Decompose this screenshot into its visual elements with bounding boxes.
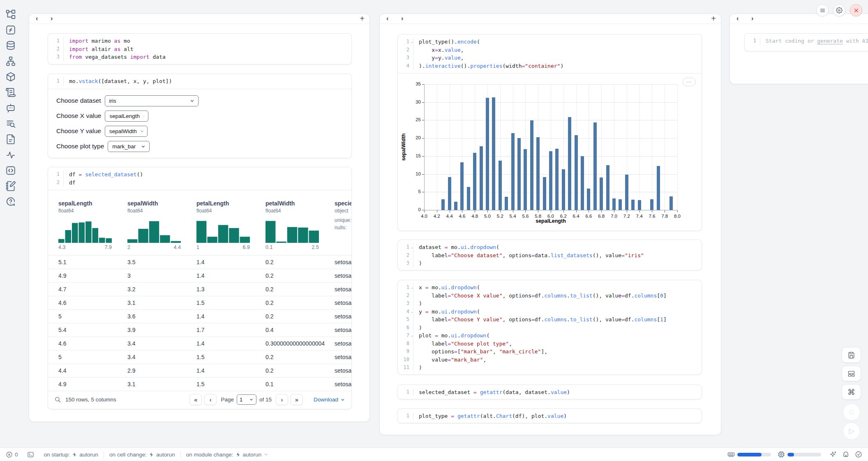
- code-line[interactable]: plot = mo.ui.dropdown(: [413, 332, 489, 340]
- code-line[interactable]: y=y.value,: [413, 54, 464, 62]
- run-button[interactable]: ▷: [843, 422, 860, 440]
- table-row[interactable]: 4.931.40.2setosa: [48, 269, 351, 282]
- table-row[interactable]: 5.43.91.70.4setosa: [48, 323, 351, 337]
- bot-icon[interactable]: [842, 451, 850, 458]
- code-line[interactable]: ): [413, 259, 422, 267]
- keyboard-shortcuts-button[interactable]: ⌘: [842, 384, 861, 400]
- table-row[interactable]: 53.61.40.2setosa: [48, 309, 351, 323]
- document-icon[interactable]: [5, 134, 16, 145]
- page-select[interactable]: 1: [237, 394, 256, 405]
- file-tree-icon[interactable]: [5, 9, 16, 20]
- empty-cell-placeholder[interactable]: Start coding or generate with AI: [760, 37, 868, 45]
- code-line[interactable]: label="Choose dataset", options=data.lis…: [413, 251, 644, 260]
- add-cell-button[interactable]: +: [711, 14, 716, 23]
- code-line[interactable]: label="Choose plot type",: [413, 340, 512, 348]
- cell-plot-type[interactable]: 1plot_type = getattr(alt.Chart(df), plot…: [397, 408, 702, 423]
- code-line[interactable]: from vega_datasets import data: [64, 53, 166, 61]
- connection-check-icon[interactable]: [855, 451, 862, 458]
- collapse-left-icon[interactable]: ‹: [36, 15, 38, 22]
- cell-dataframe[interactable]: 1df = selected_dataset()2df sepalLengthf…: [48, 167, 352, 409]
- database-icon[interactable]: [5, 40, 16, 51]
- menu-icon[interactable]: [816, 4, 829, 16]
- dropdown-choose-plot-type[interactable]: mark_bar: [108, 141, 150, 152]
- table-row[interactable]: 4.63.41.40.30000000000000004setosa: [48, 337, 351, 350]
- chat-bot-icon[interactable]: [5, 103, 16, 113]
- chart-menu-icon[interactable]: ⋯: [683, 78, 696, 86]
- prev-page-button[interactable]: ‹: [204, 394, 217, 405]
- table-row[interactable]: 4.73.21.30.2setosa: [48, 282, 351, 296]
- code-line[interactable]: options=["mark_bar", "mark_circle"],: [413, 348, 547, 356]
- code-line[interactable]: y = mo.ui.dropdown(: [413, 308, 480, 316]
- dropdown-choose-y-value[interactable]: sepalWidth: [105, 126, 148, 137]
- collapse-right-icon[interactable]: ›: [751, 15, 753, 22]
- code-line[interactable]: label="Choose Y value", options=df.colum…: [413, 316, 667, 324]
- first-page-button[interactable]: «: [189, 394, 202, 405]
- fold-icon[interactable]: ⌄: [411, 334, 413, 337]
- cell-xy-plot-dropdowns[interactable]: 1⌄x = mo.ui.dropdown(2 label="Choose X v…: [397, 280, 702, 375]
- table-row[interactable]: 4.93.11.50.1setosa: [48, 377, 351, 391]
- package-cube-icon[interactable]: [5, 71, 16, 82]
- dependency-graph-icon[interactable]: [5, 56, 16, 67]
- function-square-icon[interactable]: [5, 25, 16, 35]
- fold-icon[interactable]: ⌄: [411, 40, 413, 44]
- code-line[interactable]: plot_type().encode(: [413, 38, 480, 46]
- code-snippets-icon[interactable]: [5, 165, 16, 176]
- code-line[interactable]: df = selected_dataset(): [64, 171, 143, 179]
- code-line[interactable]: dataset = mo.ui.dropdown(: [413, 243, 499, 251]
- code-line[interactable]: value="mark_bar",: [413, 356, 486, 364]
- cell-new-empty[interactable]: 1 Start coding or generate with AI: [744, 33, 868, 51]
- collapse-right-icon[interactable]: ›: [401, 15, 403, 22]
- code-line[interactable]: ): [413, 300, 422, 308]
- next-page-button[interactable]: ›: [276, 394, 288, 405]
- gear-icon[interactable]: [833, 4, 845, 16]
- cell-chart[interactable]: 1⌄plot_type().encode(2 x=x.value,3 y=y.v…: [397, 34, 702, 231]
- error-indicator[interactable]: 0: [6, 451, 18, 458]
- table-row[interactable]: 4.42.91.40.2setosa: [48, 364, 351, 377]
- help-icon[interactable]: [5, 196, 16, 207]
- code-line[interactable]: plot_type = getattr(alt.Chart(df), plot.…: [413, 412, 567, 420]
- code-line[interactable]: import altair as alt: [64, 45, 134, 53]
- on-cell-change-toggle[interactable]: on cell change: autorun: [109, 452, 175, 458]
- terminal-button[interactable]: [27, 451, 34, 458]
- code-line[interactable]: x = mo.ui.dropdown(: [413, 284, 480, 292]
- code-line[interactable]: df: [64, 179, 76, 187]
- code-line[interactable]: ): [413, 324, 422, 332]
- ai-sparkles-icon[interactable]: [829, 451, 837, 458]
- fold-icon[interactable]: ⌄: [411, 245, 413, 249]
- table-row[interactable]: 4.63.11.50.2setosa: [48, 296, 351, 309]
- fold-icon[interactable]: ⌄: [411, 286, 413, 289]
- code-line[interactable]: mo.vstack([dataset, x, y, plot]): [64, 77, 172, 85]
- collapse-right-icon[interactable]: ›: [51, 15, 53, 22]
- close-icon[interactable]: [850, 4, 862, 16]
- stop-button[interactable]: □: [843, 403, 860, 421]
- save-button[interactable]: [842, 347, 861, 363]
- cell-selected-dataset[interactable]: 1selected_dataset = getattr(data, datase…: [397, 385, 702, 399]
- scroll-icon[interactable]: [5, 87, 16, 98]
- pulse-icon[interactable]: [5, 150, 16, 160]
- layout-button[interactable]: [842, 366, 861, 381]
- code-line[interactable]: import marimo as mo: [64, 37, 130, 45]
- cell-imports[interactable]: 1import marimo as mo2import altair as al…: [48, 33, 352, 65]
- dropdown-choose-dataset[interactable]: iris: [105, 95, 199, 106]
- collapse-left-icon[interactable]: ‹: [736, 15, 739, 22]
- cell-vstack[interactable]: 1mo.vstack([dataset, x, y, plot]) Choose…: [48, 74, 352, 158]
- download-button[interactable]: Download: [314, 396, 345, 403]
- log-search-icon[interactable]: [5, 118, 16, 129]
- code-line[interactable]: ): [413, 364, 422, 372]
- fold-icon[interactable]: ⌄: [411, 310, 413, 313]
- search-icon[interactable]: [54, 396, 61, 403]
- code-line[interactable]: x=x.value,: [413, 46, 464, 54]
- collapse-left-icon[interactable]: ‹: [386, 15, 388, 22]
- code-line[interactable]: ).interactive().properties(width="contai…: [413, 62, 563, 70]
- generate-with-ai-link[interactable]: generate: [817, 38, 843, 44]
- code-line[interactable]: label="Choose X value", options=df.colum…: [413, 292, 667, 300]
- on-module-change-toggle[interactable]: on module change: autorun: [186, 452, 269, 458]
- add-cell-button[interactable]: +: [360, 14, 365, 23]
- scratchpad-icon[interactable]: [5, 181, 16, 191]
- table-row[interactable]: 5.13.51.40.2setosa: [48, 255, 351, 269]
- on-startup-toggle[interactable]: on startup: autorun: [44, 452, 99, 458]
- last-page-button[interactable]: »: [291, 394, 303, 405]
- table-row[interactable]: 53.41.50.2setosa: [48, 350, 351, 364]
- code-line[interactable]: selected_dataset = getattr(data, dataset…: [413, 388, 570, 396]
- dropdown-choose-x-value[interactable]: sepalLength: [105, 111, 148, 122]
